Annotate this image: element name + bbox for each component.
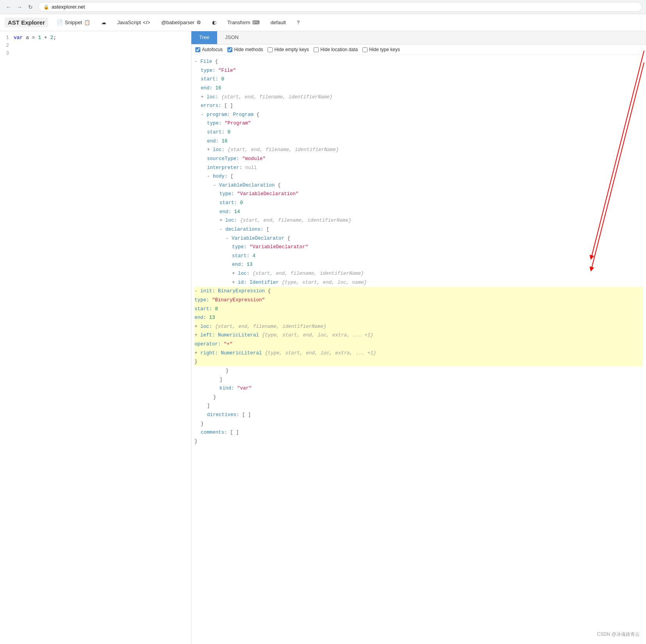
hide-type-checkbox[interactable] — [362, 47, 368, 52]
ast-line-errors: errors: [ ] — [195, 101, 643, 110]
line-number-2: 2 — [0, 43, 14, 48]
ast-line-program-end: end: 16 — [195, 137, 643, 146]
code-icon: </> — [143, 20, 150, 25]
language-label: JavaScript — [117, 20, 141, 25]
ast-line-vardecl-loc: + loc: {start, end, filename, identifier… — [195, 216, 643, 225]
toggle-init[interactable]: - — [195, 288, 198, 294]
hide-type-label: Hide type keys — [369, 47, 400, 52]
ast-line-interpreter: interpreter: null — [195, 164, 643, 173]
toggle-body[interactable]: - — [207, 174, 210, 179]
option-hide-location[interactable]: Hide location data — [314, 47, 358, 52]
ast-line-loc: + loc: {start, end, filename, identifier… — [195, 93, 643, 102]
ast-line-directives: directives: [ ] — [195, 411, 643, 420]
watermark: CSDN @冰魂路青云 — [597, 631, 640, 638]
header-snippet[interactable]: 📄 Snippet 📋 — [54, 18, 93, 27]
toggle-vardeclarator[interactable]: - — [226, 236, 229, 241]
autofocus-label: Autofocus — [202, 47, 223, 52]
ast-line-body: - body: [ — [195, 172, 643, 181]
ast-line-vd-id: + id: Identifier {type, start, end, loc,… — [195, 278, 643, 287]
ast-line-program-type: type: "Program" — [195, 119, 643, 128]
toggle-program[interactable]: - — [201, 112, 204, 117]
toggle-icon: ◐ — [212, 20, 216, 25]
header-toggle[interactable]: ◐ — [210, 18, 219, 27]
ast-line-program-close: } — [195, 420, 643, 429]
toggle-id[interactable]: + — [232, 280, 235, 285]
toggle-loc-file[interactable]: + — [201, 94, 204, 100]
hide-methods-checkbox[interactable] — [227, 47, 232, 52]
ast-line-sourcetype: sourceType: "module" — [195, 155, 643, 164]
ast-line-program: - program: Program { — [195, 110, 643, 119]
ast-line-program-start: start: 0 — [195, 128, 643, 137]
tab-json[interactable]: JSON — [217, 31, 246, 44]
header-default[interactable]: default — [268, 18, 288, 27]
snippet-label: Snippet — [65, 20, 82, 25]
toggle-vardecl[interactable]: - — [213, 183, 216, 188]
ast-tabs: Tree JSON — [191, 31, 646, 44]
transform-label: Transform — [227, 20, 250, 25]
option-hide-type[interactable]: Hide type keys — [362, 47, 400, 52]
header-language[interactable]: JavaScript </> — [115, 18, 153, 27]
hide-location-checkbox[interactable] — [314, 47, 319, 52]
ast-line-vardecl-type: type: "VariableDeclaration" — [195, 190, 643, 199]
ast-panel[interactable]: Tree JSON Autofocus Hide methods Hide em… — [191, 31, 646, 644]
forward-button[interactable]: → — [15, 2, 24, 12]
browser-chrome: ← → ↻ 🔒 astexplorer.net — [0, 0, 646, 14]
option-autofocus[interactable]: Autofocus — [195, 47, 223, 52]
ast-line-start: start: 0 — [195, 75, 643, 84]
refresh-button[interactable]: ↻ — [26, 2, 35, 12]
code-line-1: 1 var a = 1 + 2; — [0, 34, 191, 42]
line-number-1: 1 — [0, 35, 14, 41]
ast-line-be-close: } — [195, 358, 643, 366]
ast-line-init: - init: BinaryExpression { — [195, 287, 643, 296]
option-hide-empty[interactable]: Hide empty keys — [268, 47, 309, 52]
hide-empty-label: Hide empty keys — [274, 47, 309, 52]
back-button[interactable]: ← — [4, 2, 13, 12]
lock-icon: 🔒 — [43, 4, 49, 10]
ast-line-vd-loc: + loc: {start, end, filename, identifier… — [195, 269, 643, 278]
hide-methods-label: Hide methods — [234, 47, 263, 52]
ast-panel-wrapper: Tree JSON Autofocus Hide methods Hide em… — [191, 31, 646, 644]
header-cloud[interactable]: ☁ — [99, 18, 109, 27]
ast-line-vardeclarator: - VariableDeclarator { — [195, 234, 643, 243]
ast-line-declarations: - declarations: [ — [195, 225, 643, 234]
toggle-loc-program[interactable]: + — [207, 147, 210, 153]
toggle-declarations[interactable]: - — [219, 227, 223, 232]
ast-line-vardecl: - VariableDeclaration { — [195, 181, 643, 190]
ast-line-vardecl-end: end: 14 — [195, 208, 643, 217]
header-transform[interactable]: Transform ⌨ — [225, 18, 262, 27]
code-panel[interactable]: 1 var a = 1 + 2; 2 3 — [0, 31, 191, 644]
autofocus-checkbox[interactable] — [195, 47, 200, 52]
code-line-2: 2 — [0, 42, 191, 50]
ast-line-comments: comments: [ ] — [195, 428, 643, 437]
option-hide-methods[interactable]: Hide methods — [227, 47, 263, 52]
header-help[interactable]: ? — [294, 18, 302, 27]
ast-line-be-end: end: 13 — [195, 313, 643, 322]
code-line-3: 3 — [0, 50, 191, 58]
toggle-right[interactable]: + — [195, 350, 198, 356]
browser-nav: ← → ↻ — [4, 2, 35, 12]
ast-line-vardecl-close: } — [195, 393, 643, 402]
tab-tree[interactable]: Tree — [191, 31, 217, 44]
keyboard-icon: ⌨ — [252, 20, 260, 25]
ast-line-be-left: + left: NumericLiteral {type, start, end… — [195, 331, 643, 340]
toggle-left[interactable]: + — [195, 333, 198, 338]
app-logo[interactable]: AST Explorer — [5, 18, 48, 27]
help-icon: ? — [297, 20, 300, 25]
ast-line-file-close: } — [195, 437, 643, 446]
url-text: astexplorer.net — [52, 4, 85, 10]
default-label: default — [271, 20, 286, 25]
hide-empty-checkbox[interactable] — [268, 47, 273, 52]
ast-line-be-loc: + loc: {start, end, filename, identifier… — [195, 322, 643, 331]
toggle-loc-vd[interactable]: + — [232, 271, 235, 276]
ast-line-decl-close: ] — [195, 375, 643, 384]
ast-line-end: end: 16 — [195, 84, 643, 93]
address-bar[interactable]: 🔒 astexplorer.net — [38, 2, 642, 12]
header-parser[interactable]: @babel/parser ⚙ — [159, 18, 203, 27]
ast-line-vd-end: end: 13 — [195, 260, 643, 269]
toggle-file[interactable]: - — [195, 59, 198, 64]
main-layout: 1 var a = 1 + 2; 2 3 Tree JSON Autofocus — [0, 31, 646, 644]
cloud-icon: ☁ — [101, 20, 106, 25]
parser-label: @babel/parser — [161, 20, 195, 25]
toggle-loc-be[interactable]: + — [195, 324, 198, 329]
toggle-loc-vardecl[interactable]: + — [219, 218, 223, 223]
